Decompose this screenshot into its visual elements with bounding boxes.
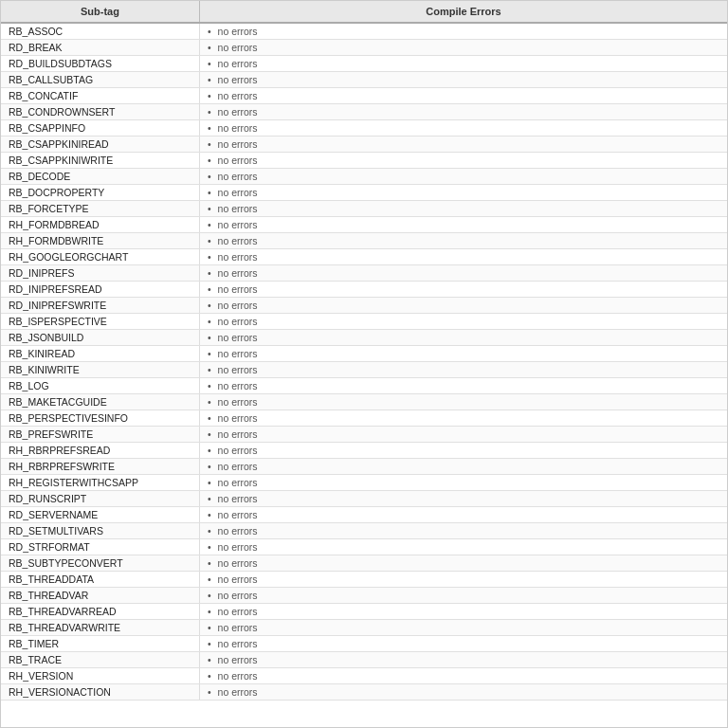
subtag-cell: RD_SETMULTIVARS — [1, 523, 200, 538]
table-row: RD_STRFORMAT• no errors — [1, 539, 727, 555]
bullet-icon: • — [208, 557, 214, 569]
errors-cell: • no errors — [200, 475, 727, 490]
errors-cell: • no errors — [200, 298, 727, 313]
table-row: RB_ASSOC• no errors — [1, 24, 727, 40]
errors-cell: • no errors — [200, 539, 727, 555]
errors-cell: • no errors — [200, 459, 727, 474]
errors-cell: • no errors — [200, 282, 727, 297]
bullet-icon: • — [208, 267, 214, 279]
subtag-cell: RB_KINIWRITE — [1, 362, 200, 377]
table-row: RB_KINIREAD• no errors — [1, 346, 727, 362]
table-header: Sub-tag Compile Errors — [1, 1, 727, 24]
subtag-cell: RB_CSAPPKINIREAD — [1, 136, 200, 152]
bullet-icon: • — [208, 155, 214, 166]
errors-cell: • no errors — [200, 185, 727, 200]
subtag-cell: RH_VERSIONACTION — [1, 684, 200, 700]
bullet-icon: • — [208, 654, 214, 665]
bullet-icon: • — [208, 90, 214, 101]
bullet-icon: • — [208, 283, 214, 295]
subtag-cell: RB_JSONBUILD — [1, 330, 200, 345]
errors-cell: • no errors — [200, 314, 727, 329]
header-errors: Compile Errors — [200, 1, 727, 22]
subtag-cell: RD_INIPREFS — [1, 265, 200, 281]
bullet-icon: • — [208, 525, 214, 537]
table-row: RB_THREADVARWRITE• no errors — [1, 620, 727, 636]
errors-cell: • no errors — [200, 684, 727, 700]
bullet-icon: • — [208, 203, 214, 214]
table-row: RB_JSONBUILD• no errors — [1, 330, 727, 346]
errors-cell: • no errors — [200, 588, 727, 603]
errors-cell: • no errors — [200, 120, 727, 136]
table-row: RB_SUBTYPECONVERT• no errors — [1, 555, 727, 572]
errors-cell: • no errors — [200, 56, 727, 71]
errors-cell: • no errors — [200, 427, 727, 442]
main-table: Sub-tag Compile Errors RB_ASSOC• no erro… — [0, 0, 728, 728]
table-row: RD_SERVERNAME• no errors — [1, 507, 727, 523]
bullet-icon: • — [208, 493, 214, 504]
bullet-icon: • — [208, 316, 214, 327]
bullet-icon: • — [208, 445, 214, 456]
bullet-icon: • — [208, 412, 214, 424]
subtag-cell: RH_REGISTERWITHCSAPP — [1, 475, 200, 490]
errors-cell: • no errors — [200, 201, 727, 216]
bullet-icon: • — [208, 122, 214, 134]
errors-cell: • no errors — [200, 620, 727, 635]
subtag-cell: RB_SUBTYPECONVERT — [1, 555, 200, 571]
bullet-icon: • — [208, 573, 214, 585]
bullet-icon: • — [208, 58, 214, 69]
subtag-cell: RB_THREADVARREAD — [1, 604, 200, 619]
bullet-icon: • — [208, 670, 214, 682]
errors-cell: • no errors — [200, 40, 727, 55]
errors-cell: • no errors — [200, 88, 727, 103]
errors-cell: • no errors — [200, 378, 727, 393]
errors-cell: • no errors — [200, 604, 727, 619]
table-row: RD_RUNSCRIPT• no errors — [1, 491, 727, 507]
subtag-cell: RD_RUNSCRIPT — [1, 491, 200, 506]
table-row: RB_THREADVAR• no errors — [1, 588, 727, 604]
table-row: RB_CONCATIF• no errors — [1, 88, 727, 104]
bullet-icon: • — [208, 638, 214, 649]
subtag-cell: RD_INIPREFSREAD — [1, 282, 200, 297]
subtag-cell: RH_RBRPREFSWRITE — [1, 459, 200, 474]
bullet-icon: • — [208, 590, 214, 601]
errors-cell: • no errors — [200, 362, 727, 377]
table-body: RB_ASSOC• no errorsRD_BREAK• no errorsRD… — [1, 24, 727, 701]
table-row: RB_PREFSWRITE• no errors — [1, 427, 727, 443]
errors-cell: • no errors — [200, 572, 727, 587]
subtag-cell: RB_ISPERSPECTIVE — [1, 314, 200, 329]
errors-cell: • no errors — [200, 523, 727, 538]
subtag-cell: RB_LOG — [1, 378, 200, 393]
table-row: RB_THREADVARREAD• no errors — [1, 604, 727, 620]
subtag-cell: RH_VERSION — [1, 668, 200, 683]
bullet-icon: • — [208, 106, 214, 118]
bullet-icon: • — [208, 461, 214, 472]
table-row: RB_LOG• no errors — [1, 378, 727, 394]
bullet-icon: • — [208, 380, 214, 391]
subtag-cell: RB_THREADVARWRITE — [1, 620, 200, 635]
subtag-cell: RB_CSAPPKINIWRITE — [1, 153, 200, 168]
bullet-icon: • — [208, 26, 214, 37]
subtag-cell: RB_TIMER — [1, 636, 200, 651]
errors-cell: • no errors — [200, 24, 727, 39]
errors-cell: • no errors — [200, 636, 727, 651]
bullet-icon: • — [208, 396, 214, 408]
bullet-icon: • — [208, 235, 214, 246]
table-row: RB_FORCETYPE• no errors — [1, 201, 727, 217]
table-row: RH_VERSIONACTION• no errors — [1, 684, 727, 701]
subtag-cell: RB_MAKETACGUIDE — [1, 394, 200, 410]
bullet-icon: • — [208, 348, 214, 359]
bullet-icon: • — [208, 300, 214, 311]
errors-cell: • no errors — [200, 153, 727, 168]
subtag-cell: RB_CONCATIF — [1, 88, 200, 103]
table-row: RB_CSAPPKINIWRITE• no errors — [1, 153, 727, 169]
errors-cell: • no errors — [200, 330, 727, 345]
bullet-icon: • — [208, 477, 214, 488]
bullet-icon: • — [208, 171, 214, 182]
subtag-cell: RH_RBRPREFSREAD — [1, 443, 200, 458]
subtag-cell: RD_SERVERNAME — [1, 507, 200, 522]
table-row: RD_BUILDSUBDTAGS• no errors — [1, 56, 727, 72]
table-row: RH_FORMDBREAD• no errors — [1, 217, 727, 233]
subtag-cell: RB_ASSOC — [1, 24, 200, 39]
header-subtag: Sub-tag — [1, 1, 200, 22]
bullet-icon: • — [208, 686, 214, 698]
